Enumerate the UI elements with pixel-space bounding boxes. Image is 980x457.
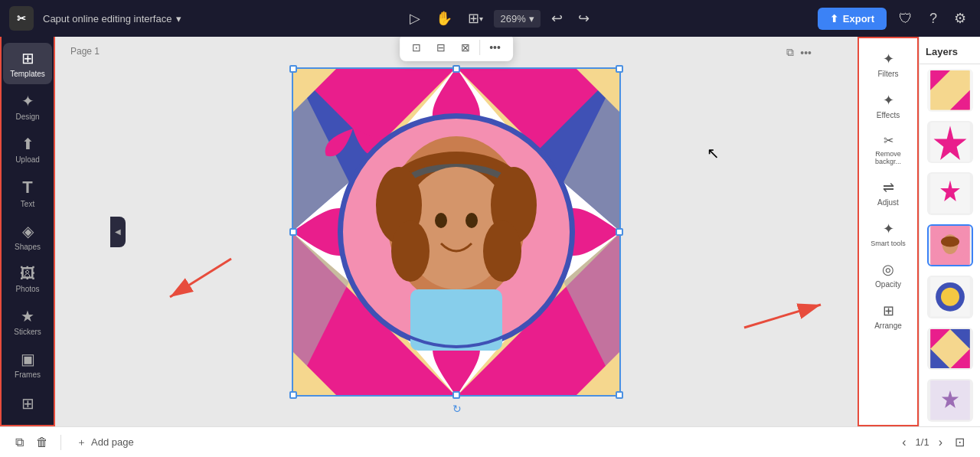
flip-button[interactable]: ⊠: [455, 37, 476, 58]
layer-item-6[interactable]: [927, 328, 973, 370]
page-more-button[interactable]: •••: [800, 46, 812, 59]
page-menu: ⧉ •••: [786, 46, 812, 59]
svg-point-47: [940, 236, 959, 246]
svg-point-34: [483, 220, 521, 282]
sidebar-item-text-label: Text: [21, 200, 34, 208]
layer-item-2[interactable]: [927, 121, 973, 164]
sidebar-item-stickers[interactable]: ★ Stickers: [3, 301, 52, 342]
next-page-button[interactable]: ›: [936, 433, 946, 452]
upload-icon: ⬆: [21, 135, 34, 153]
svg-point-33: [391, 220, 430, 282]
sidebar-item-photos[interactable]: 🖼 Photos: [3, 259, 52, 299]
layer-item-4[interactable]: [927, 224, 973, 267]
sidebar-item-more[interactable]: ⊞: [3, 388, 52, 419]
pan-tool-button[interactable]: ✋: [431, 7, 457, 30]
svg-point-29: [435, 213, 447, 228]
canvas-content: ⊡ ⊟ ⊠ •••: [292, 67, 621, 397]
layer-item-1[interactable]: [927, 69, 973, 112]
duplicate-page-button[interactable]: ⧉: [12, 433, 27, 452]
topbar-right-controls: ⬆ Export 🛡 ? ⚙: [818, 7, 971, 30]
export-button[interactable]: ⬆ Export: [818, 8, 887, 30]
adjust-tool[interactable]: ⇌ Adjust: [861, 173, 916, 213]
sidebar-bottom: ⊞: [3, 388, 52, 419]
replace-button[interactable]: ⊟: [430, 37, 452, 58]
filters-icon: ✦: [883, 51, 894, 67]
svg-point-50: [940, 288, 959, 306]
arrange-label: Arrange: [874, 322, 902, 330]
settings-button[interactable]: ⚙: [949, 7, 971, 30]
effects-label: Effects: [877, 111, 900, 119]
select-tool-button[interactable]: ▷: [405, 7, 425, 30]
view-options-button[interactable]: ⊞ ▾: [463, 7, 488, 30]
design-icon: ✦: [21, 92, 34, 110]
sidebar-item-text[interactable]: T Text: [3, 171, 52, 214]
export-icon: ⬆: [830, 13, 838, 24]
opacity-tool[interactable]: ◎ Opacity: [861, 255, 916, 295]
effects-icon: ✦: [883, 92, 894, 109]
prev-page-button[interactable]: ‹: [899, 433, 909, 452]
artwork-svg: [292, 67, 621, 397]
remove-bg-label: Remove backgr...: [864, 150, 913, 165]
svg-line-36: [170, 259, 231, 297]
canvas-area[interactable]: Page 1 ⧉ ••• ↖ ⊡ ⊟ ⊠ •••: [55, 37, 858, 426]
app-logo: ✂: [9, 6, 34, 31]
cursor: ↖: [707, 144, 720, 162]
rotation-handle[interactable]: ↻: [452, 403, 460, 410]
sidebar-item-stickers-label: Stickers: [14, 328, 41, 336]
filters-label: Filters: [877, 70, 898, 78]
effects-tool[interactable]: ✦ Effects: [861, 86, 916, 126]
more-options-button[interactable]: •••: [483, 37, 507, 58]
sidebar-collapse-button[interactable]: ◀: [110, 217, 126, 247]
svg-line-37: [744, 305, 821, 328]
zoom-selector[interactable]: 269% ▾: [494, 10, 540, 28]
layers-panel: Layers: [919, 37, 980, 426]
bottom-right-controls: ‹ 1/1 › ⊡: [899, 432, 968, 452]
smart-tools-tool[interactable]: ✦ Smart tools: [861, 214, 916, 253]
collapse-icon: ◀: [115, 227, 121, 236]
fit-to-screen-button[interactable]: ⊡: [952, 432, 968, 452]
photos-icon: 🖼: [20, 265, 35, 282]
sidebar-item-design[interactable]: ✦ Design: [3, 86, 52, 127]
add-page-icon: ＋: [77, 436, 87, 449]
sidebar-item-frames-label: Frames: [15, 370, 41, 379]
sidebar-item-shapes[interactable]: ◈ Shapes: [3, 216, 52, 257]
text-icon: T: [22, 178, 32, 197]
layer-item-3[interactable]: [927, 172, 973, 215]
svg-point-30: [466, 213, 478, 228]
sidebar-item-frames[interactable]: ▣ Frames: [3, 344, 52, 385]
sidebar-item-upload[interactable]: ⬆ Upload: [3, 129, 52, 170]
help-button[interactable]: ?: [925, 8, 942, 30]
smart-tools-icon: ✦: [883, 220, 894, 237]
layer-item-7[interactable]: [927, 379, 973, 422]
toolbar-divider: [479, 40, 480, 55]
redo-button[interactable]: ↪: [573, 7, 594, 30]
layers-header: Layers: [920, 37, 980, 64]
remove-bg-tool[interactable]: ✂ Remove backgr...: [861, 127, 916, 171]
main-layout: ⊞ Templates ✦ Design ⬆ Upload T Text ◈ S…: [0, 37, 980, 426]
canvas-artwork: [292, 67, 621, 397]
sidebar-item-design-label: Design: [15, 113, 39, 121]
undo-button[interactable]: ↩: [547, 7, 567, 30]
adjust-label: Adjust: [877, 198, 899, 207]
floating-toolbar: ⊡ ⊟ ⊠ •••: [400, 37, 513, 61]
add-page-button[interactable]: ＋ Add page: [70, 433, 140, 452]
delete-page-button[interactable]: 🗑: [33, 433, 51, 452]
remove-bg-icon: ✂: [884, 133, 893, 148]
filters-tool[interactable]: ✦ Filters: [861, 44, 916, 84]
top-bar: ✂ Caput online editing interface ▾ ▷ ✋ ⊞…: [0, 0, 980, 37]
sidebar-item-templates[interactable]: ⊞ Templates: [3, 43, 52, 84]
document-title[interactable]: Caput online editing interface ▾: [43, 13, 181, 24]
bottom-bar: ⧉ 🗑 ＋ Add page ‹ 1/1 › ⊡: [0, 426, 980, 457]
zoom-dropdown-icon: ▾: [529, 13, 534, 24]
layer-item-5[interactable]: [927, 276, 973, 318]
page-duplicate-button[interactable]: ⧉: [786, 46, 794, 59]
opacity-label: Opacity: [875, 280, 901, 289]
bottom-divider: [60, 435, 61, 450]
sidebar-item-upload-label: Upload: [15, 155, 40, 164]
page-info: 1/1: [916, 436, 929, 448]
title-dropdown-icon[interactable]: ▾: [176, 13, 181, 24]
crop-button[interactable]: ⊡: [406, 37, 427, 58]
frames-icon: ▣: [21, 350, 35, 368]
shield-button[interactable]: 🛡: [894, 8, 917, 30]
arrange-tool[interactable]: ⊞ Arrange: [861, 296, 916, 336]
